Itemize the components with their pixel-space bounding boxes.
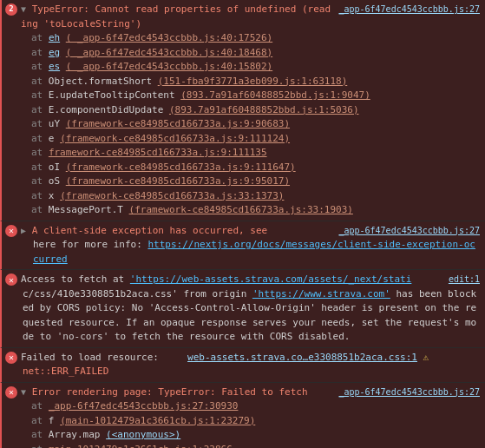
error-message-5: Error rendering page: TypeError: Failed … bbox=[32, 386, 308, 398]
expand-arrow-5[interactable]: ▼ bbox=[21, 387, 26, 397]
warning-icon-4: ⚠ bbox=[423, 352, 429, 363]
error-entry-1: 2 ▼ TypeError: Cannot read properties of… bbox=[0, 0, 485, 221]
entry-content-2: ▶ A client-side exception has occurred, … bbox=[21, 224, 480, 267]
entry-row-1: ▼ TypeError: Cannot read properties of u… bbox=[21, 3, 480, 31]
expand-arrow-1[interactable]: ▼ bbox=[21, 4, 26, 14]
stack-line-5-2: at f (main-1012479a1c3661cb.js:1:23279) bbox=[21, 414, 480, 429]
entry-row-4: Failed to load resource: web-assets.stra… bbox=[21, 351, 480, 366]
entry-row-2: ▶ A client-side exception has occurred, … bbox=[21, 224, 480, 239]
stack-line-1-6: at E.componentDidUpdate (893.7a91af60488… bbox=[21, 103, 480, 118]
error-message-1: TypeError: Cannot read properties of und… bbox=[21, 3, 331, 30]
error-body-3: c/css/410e3308851b2aca.css' from origin … bbox=[21, 287, 480, 345]
source-ref-5[interactable]: _app-6f47edc4543ccbbb.js:27 bbox=[338, 385, 480, 399]
stack-line-1-2: at eg ( _app-6f47edc4543ccbbb.js:40:1846… bbox=[21, 46, 480, 61]
console-panel: 2 ▼ TypeError: Cannot read properties of… bbox=[0, 0, 485, 448]
entry-row-5: ▼ Error rendering page: TypeError: Faile… bbox=[21, 385, 480, 400]
entry-content-1: ▼ TypeError: Cannot read properties of u… bbox=[21, 3, 480, 218]
error-entry-4: ✕ Failed to load resource: web-assets.st… bbox=[0, 348, 485, 383]
stack-line-5-3: at Array.map (<anonymous>) bbox=[21, 428, 480, 443]
error-entry-5: ✕ ▼ Error rendering page: TypeError: Fai… bbox=[0, 383, 485, 449]
stack-line-5-4: at main-1012479a1c3661cb.js:1:23866 bbox=[21, 443, 480, 449]
stack-line-1-5: at E.updateTooltipContent (893.7a91af604… bbox=[21, 89, 480, 103]
cors-url[interactable]: 'https://web-assets.strava.com/assets/_n… bbox=[130, 273, 412, 285]
stack-line-1-1: at eh ( _app-6f47edc4543ccbbb.js:40:1752… bbox=[21, 31, 480, 46]
entry-content-5: ▼ Error rendering page: TypeError: Faile… bbox=[21, 385, 480, 449]
error-header-2: ▶ A client-side exception has occurred, … bbox=[21, 224, 333, 239]
stack-line-1-13: at MessagePort.T (framework-ce84985cd166… bbox=[21, 203, 480, 218]
error-icon-4: ✕ bbox=[5, 352, 17, 364]
error-message-2: A client-side exception has occurred, se… bbox=[32, 225, 268, 236]
error-entry-2: ✕ ▶ A client-side exception has occurred… bbox=[0, 221, 485, 271]
error-detail-4: net::ERR_FAILED bbox=[21, 365, 480, 379]
stack-line-1-11: at oS (framework-ce84985cd166733a.js:9:9… bbox=[21, 175, 480, 189]
entry-content-4: Failed to load resource: web-assets.stra… bbox=[21, 351, 480, 379]
error-icon-3: ✕ bbox=[5, 273, 17, 286]
error-entry-3: ✕ Access to fetch at 'https://web-assets… bbox=[0, 270, 485, 348]
error-header-4: Failed to load resource: web-assets.stra… bbox=[21, 351, 480, 366]
stack-line-1-12: at x (framework-ce84985cd166733a.js:33:1… bbox=[21, 189, 480, 204]
source-ref-1[interactable]: _app-6f47edc4543ccbbb.js:27 bbox=[338, 3, 480, 16]
source-ref-3[interactable]: edit:1 bbox=[449, 273, 480, 286]
resource-link[interactable]: web-assets.strava.co…e3308851b2aca.css:1 bbox=[187, 352, 417, 363]
source-ref-2[interactable]: _app-6f47edc4543ccbbb.js:27 bbox=[338, 224, 480, 237]
error-header-1: ▼ TypeError: Cannot read properties of u… bbox=[21, 3, 333, 31]
stack-line-1-3: at es ( _app-6f47edc4543ccbbb.js:40:1580… bbox=[21, 60, 480, 75]
expand-arrow-2[interactable]: ▶ bbox=[21, 226, 26, 235]
entry-row-3: Access to fetch at 'https://web-assets.s… bbox=[21, 273, 480, 287]
error-badge-1: 2 bbox=[5, 3, 17, 16]
nextjs-link[interactable]: https://nextjs.org/docs/messages/client-… bbox=[147, 239, 469, 250]
stack-line-1-4: at Object.formatShort (151-fba9f3771a3eb… bbox=[21, 75, 480, 89]
stack-line-1-8: at e (framework-ce84985cd166733a.js:9:11… bbox=[21, 132, 480, 147]
entry-content-3: Access to fetch at 'https://web-assets.s… bbox=[21, 273, 480, 345]
stack-line-1-9: at framework-ce84985cd166733a.js:9:11113… bbox=[21, 146, 480, 161]
error-header-3: Access to fetch at 'https://web-assets.s… bbox=[21, 273, 443, 287]
error-header-5: ▼ Error rendering page: TypeError: Faile… bbox=[21, 385, 333, 400]
strava-origin[interactable]: 'https://www.strava.com' bbox=[252, 288, 390, 300]
stack-line-1-7: at uY (framework-ce84985cd166733a.js:9:9… bbox=[21, 117, 480, 132]
stack-line-1-10: at oI (framework-ce84985cd166733a.js:9:1… bbox=[21, 161, 480, 175]
error-body-2: here for more info: https://nextjs.org/d… bbox=[21, 238, 480, 267]
error-icon-5: ✕ bbox=[5, 386, 17, 399]
error-icon-2: ✕ bbox=[5, 225, 17, 237]
stack-line-5-1: at _app-6f47edc4543ccbbb.js:27:30930 bbox=[21, 399, 480, 414]
